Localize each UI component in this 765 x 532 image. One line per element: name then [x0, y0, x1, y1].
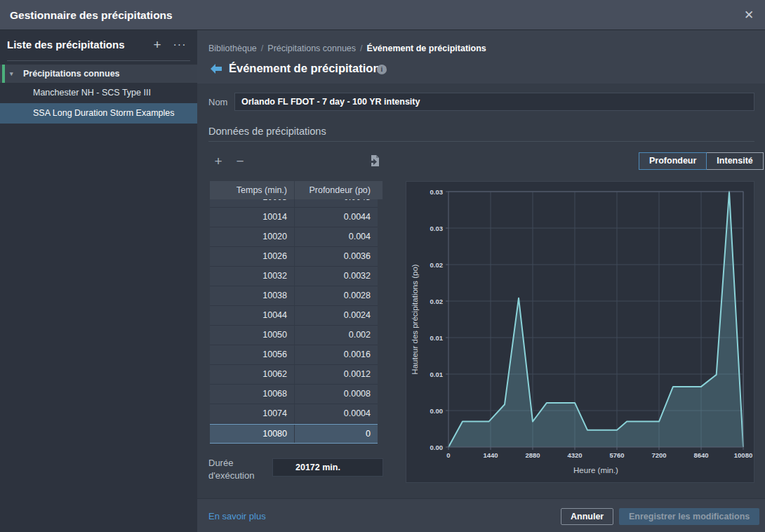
- main-header-panel: [197, 30, 765, 84]
- x-axis-tick-label: 8640: [693, 451, 708, 459]
- dialog-title: Gestionnaire des précipitations: [10, 0, 173, 30]
- table-cell[interactable]: 0: [295, 425, 378, 443]
- x-axis-tick-label: 0: [446, 451, 450, 459]
- table-cell[interactable]: 0.0024: [295, 306, 378, 325]
- breadcrumb-item-precipitations-connues[interactable]: Précipitations connues: [267, 44, 356, 53]
- table-cell[interactable]: 10020: [210, 227, 295, 246]
- table-cell[interactable]: 10068: [210, 385, 295, 404]
- table-cell[interactable]: 10056: [210, 345, 295, 364]
- table-cell[interactable]: 10014: [210, 208, 295, 227]
- tree-group-precipitations-connues[interactable]: ▾ Précipitations connues: [0, 65, 197, 83]
- y-axis-tick-label: 0.00: [430, 444, 444, 451]
- chevron-down-icon[interactable]: ▾: [10, 65, 13, 83]
- table-cell[interactable]: 0.0044: [295, 208, 378, 227]
- import-data-icon[interactable]: [366, 153, 382, 168]
- table-cell[interactable]: 10038: [210, 286, 295, 305]
- table-cell[interactable]: 10032: [210, 267, 295, 286]
- table-cell[interactable]: 0.0008: [295, 385, 378, 404]
- table-row[interactable]: 100320.0032: [210, 267, 378, 286]
- breadcrumb-separator: /: [356, 44, 366, 53]
- x-axis-tick-label: 5760: [609, 451, 624, 459]
- table-row[interactable]: 100740.0004: [210, 404, 378, 424]
- back-arrow-icon[interactable]: [210, 63, 222, 74]
- table-cell[interactable]: 0.0004: [295, 404, 378, 423]
- table-cell[interactable]: 10050: [210, 326, 295, 345]
- table-cell[interactable]: 0.0032: [295, 267, 378, 286]
- table-body: 100080.0048100140.0044100200.004100260.0…: [210, 199, 378, 445]
- table-cell[interactable]: 0.004: [295, 227, 378, 246]
- table-row[interactable]: 100620.0012: [210, 365, 378, 385]
- sidebar-title: Liste des précipitations: [7, 39, 125, 51]
- table-cell[interactable]: 10062: [210, 365, 295, 384]
- group-color-bar: [2, 65, 5, 83]
- table-cell[interactable]: 0.0016: [295, 345, 378, 364]
- table-row[interactable]: 100200.004: [210, 227, 378, 247]
- x-axis-tick-label: 7200: [651, 451, 666, 459]
- y-axis-label: Hauteur des précipitations (po): [411, 264, 419, 374]
- chart-canvas: 0.000.000.010.010.020.020.030.0301440288…: [406, 182, 754, 482]
- y-axis-tick-label: 0.02: [430, 261, 444, 269]
- table-row[interactable]: 100140.0044: [210, 208, 378, 227]
- name-input[interactable]: [234, 93, 754, 111]
- duration-label-line2: d'exécution: [208, 470, 254, 482]
- y-axis-tick-label: 0.01: [430, 371, 444, 378]
- table-row[interactable]: 100260.0036: [210, 247, 378, 267]
- duration-label: Durée d'exécution: [208, 457, 254, 482]
- table-row[interactable]: 100500.002: [210, 326, 378, 345]
- table-row-clipped[interactable]: 100080.0048: [210, 199, 378, 208]
- table-row[interactable]: 100380.0028: [210, 286, 378, 306]
- table-cell[interactable]: 0.0036: [295, 247, 378, 266]
- tree-group-label: Précipitations connues: [23, 69, 120, 79]
- precipitation-manager-dialog: Gestionnaire des précipitations ✕ Liste …: [0, 0, 765, 532]
- table-cell[interactable]: 0.002: [295, 326, 378, 345]
- y-axis-tick-label: 0.00: [430, 407, 444, 415]
- breadcrumb-item-bibliotheque[interactable]: Bibliothèque: [208, 44, 257, 53]
- table-row-selected[interactable]: 100800: [210, 424, 378, 444]
- table-row[interactable]: 100680.0008: [210, 385, 378, 404]
- table-cell[interactable]: 0.0048: [295, 199, 378, 207]
- x-axis-label: Heure (min.): [573, 466, 618, 474]
- learn-more-link[interactable]: En savoir plus: [208, 511, 266, 521]
- section-title-precipitation-data: Données de précipitations: [208, 126, 326, 137]
- dialog-titlebar: Gestionnaire des précipitations ✕: [0, 0, 765, 30]
- add-row-icon[interactable]: +: [211, 154, 226, 169]
- sidebar-item[interactable]: Manchester NH - SCS Type III: [0, 83, 197, 103]
- precipitation-data-table: Temps (min.) Profondeur (po) 100080.0048…: [210, 181, 382, 445]
- table-row[interactable]: 100560.0016: [210, 345, 378, 365]
- breadcrumb: Bibliothèque/Précipitations connues/Évén…: [208, 44, 486, 53]
- info-icon[interactable]: i: [377, 65, 387, 74]
- table-cell[interactable]: 0.0028: [295, 286, 378, 305]
- sidebar-item-selected[interactable]: SSA Long Duration Storm Examples: [0, 103, 197, 124]
- table-row[interactable]: 100440.0024: [210, 306, 378, 326]
- close-icon[interactable]: ✕: [741, 8, 757, 23]
- table-cell[interactable]: 10074: [210, 404, 295, 423]
- y-axis-tick-label: 0.02: [430, 298, 444, 305]
- x-axis-tick-label: 2880: [525, 451, 540, 459]
- toggle-intensite-button[interactable]: Intensité: [707, 152, 763, 170]
- column-header-profondeur[interactable]: Profondeur (po): [295, 181, 378, 199]
- table-cell[interactable]: 10008: [210, 199, 295, 207]
- dialog-footer: En savoir plus Annuler Enregistrer les m…: [197, 498, 765, 532]
- chart-area-fill: [448, 192, 743, 447]
- table-cell[interactable]: 10026: [210, 247, 295, 266]
- x-axis-tick-label: 10080: [734, 451, 752, 459]
- name-field-label: Nom: [208, 97, 227, 107]
- toggle-profondeur-button[interactable]: Profondeur: [639, 152, 707, 170]
- breadcrumb-separator: /: [257, 44, 267, 53]
- save-button[interactable]: Enregistrer les modifications: [619, 508, 759, 525]
- add-precipitation-icon[interactable]: +: [149, 37, 165, 53]
- y-axis-tick-label: 0.03: [430, 225, 444, 232]
- x-axis-tick-label: 4320: [567, 451, 582, 459]
- tree-children: Manchester NH - SCS Type IIISSA Long Dur…: [0, 83, 197, 124]
- page-title: Événement de précipitations: [229, 62, 387, 75]
- overflow-menu-icon[interactable]: ···: [172, 37, 187, 53]
- cancel-button[interactable]: Annuler: [561, 508, 613, 525]
- display-mode-toggle: Profondeur Intensité: [639, 152, 764, 170]
- remove-row-icon[interactable]: −: [232, 154, 248, 169]
- table-cell[interactable]: 10080: [210, 425, 295, 443]
- table-cell[interactable]: 0.0012: [295, 365, 378, 384]
- column-header-temps[interactable]: Temps (min.): [210, 181, 295, 199]
- table-cell[interactable]: 10044: [210, 306, 295, 325]
- duration-label-line1: Durée: [208, 457, 254, 470]
- duration-value-field[interactable]: 20172 min.: [272, 458, 383, 477]
